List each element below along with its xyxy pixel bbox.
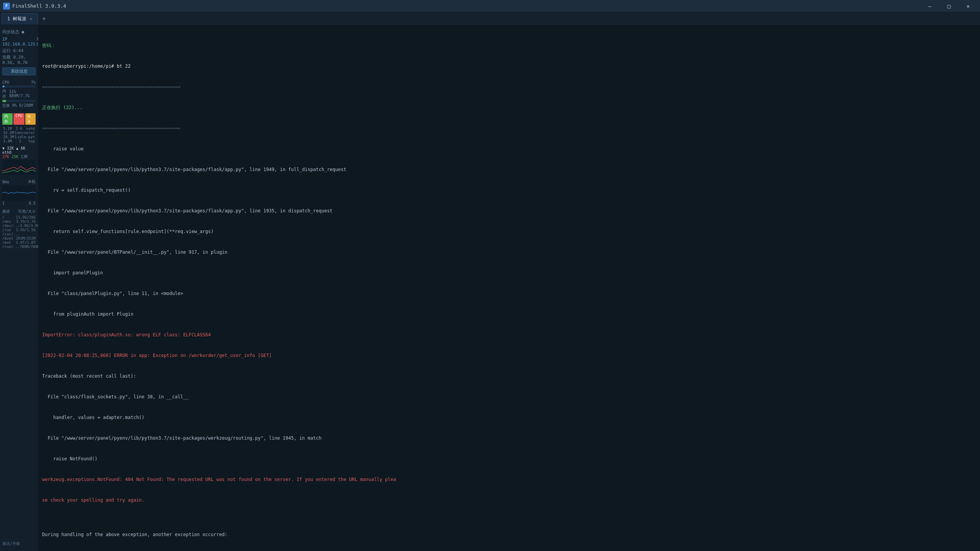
titlebar: F FinalShell 3.9.3.4 — □ ✕ [0, 0, 980, 12]
mem-label: 内存 [2, 88, 9, 99]
latency-section: 0ms 本机 1 0.5 [0, 177, 38, 207]
net-header-label: ▼ 32K ▲ 6K eth0 [2, 146, 36, 155]
ms-val2: 0.5 [29, 201, 36, 205]
sys-info-button[interactable]: 系统信息 [2, 67, 36, 75]
sidebar: 同步状态 ● IP 192.168.0.125 复制 运行 6:44 负载 0.… [0, 25, 38, 551]
disk-row: /run/...789M/789M [2, 245, 36, 249]
tab-raspi[interactable]: 1 树莓派 ✕ [2, 13, 38, 24]
disk-row: /dev3.7G/3.7G [2, 219, 36, 223]
process-row: 32.5M1mncservr [2, 130, 36, 135]
cpu-tab[interactable]: CPU [13, 113, 24, 125]
mem-metric-row: 内存 11% 889M/7.7G [2, 88, 36, 99]
tabbar: 1 树莓派 ✕ + [0, 12, 980, 25]
maximize-button[interactable]: □ [940, 0, 958, 12]
cpu-mem-section: CPU 7% 内存 11% 889M/7.7G 交换 0% 0/100M [0, 78, 38, 110]
main-layout: 同步状态 ● IP 192.168.0.125 复制 运行 6:44 负载 0.… [0, 25, 980, 551]
mem-tab[interactable]: 内存 [2, 113, 13, 125]
process-row: 5.1M2.6sshd [2, 126, 36, 130]
net-val3: 13K [21, 155, 28, 159]
net-speed-row: 37K 25K 13K [2, 155, 36, 159]
latency-row: 0ms 本机 [2, 179, 36, 184]
process-row: 3.4M1top [2, 139, 36, 143]
disk-size-header: 可用/大小 [18, 209, 36, 214]
disk-section: 路径 可用/大小 /11.9G/29G /dev3.7G/3.7G /dev/.… [0, 207, 38, 250]
mem-progress-fill [2, 100, 6, 102]
mem-progress-bar [2, 100, 36, 102]
minimize-button[interactable]: — [921, 0, 939, 12]
ms-vals: 1 0.5 [2, 201, 36, 205]
net-header: ▼ 32K ▲ 6K eth0 [2, 146, 36, 155]
terminal-output[interactable]: 密码： root@raspberrypi:/home/pi# bt 22 ===… [38, 25, 980, 551]
load-label: 负载 0.29, 0.56, 0.76 [2, 54, 36, 65]
disk-row: /dev/...3.9G/3.9G [2, 223, 36, 228]
cpu-progress-fill [2, 85, 5, 88]
right-panel: 密码： root@raspberrypi:/home/pi# bt 22 ===… [38, 25, 980, 551]
ms-val1: 1 [2, 201, 5, 205]
activate-upgrade-link[interactable]: 激活/升级 [0, 539, 38, 549]
tab-close-icon[interactable]: ✕ [29, 16, 32, 21]
app-title: FinalShell 3.9.3.4 [12, 3, 66, 9]
add-tab-button[interactable]: + [39, 13, 49, 24]
ms-label: 0ms [2, 180, 9, 184]
sidebar-ip: IP 192.168.0.125 复制 [2, 36, 36, 47]
cpu-progress-bar [2, 85, 36, 88]
disk-row: /run1.5G/1.5G [2, 228, 36, 232]
close-button[interactable]: ✕ [959, 0, 977, 12]
disk-path-header: 路径 [2, 209, 10, 214]
cmd-tab[interactable]: 命令 [25, 113, 36, 125]
swap-metric-row: 交换 0% 0/100M [2, 103, 36, 108]
disk-row: /boot203M/252M [2, 236, 36, 240]
window-controls: — □ ✕ [921, 0, 977, 12]
cpu-label: CPU [2, 80, 9, 85]
title-left: F FinalShell 3.9.3.4 [3, 3, 66, 10]
sidebar-status-section: 同步状态 ● IP 192.168.0.125 复制 运行 6:44 负载 0.… [0, 28, 38, 78]
tab-label: 1 树莓派 [7, 16, 26, 22]
mem-pct: 11% 889M/7.7G [9, 90, 36, 98]
app-icon: F [3, 3, 10, 10]
metric-tabs-section: 内存 CPU 命令 5.1M2.6sshd 32.5M1mncservr 29.… [0, 110, 38, 145]
net-mini-chart [2, 160, 36, 175]
net-down: 37K [2, 155, 9, 159]
network-section: ▼ 32K ▲ 6K eth0 37K 25K 13K [0, 145, 38, 177]
disk-header: 路径 可用/大小 [2, 209, 36, 214]
cpu-metric-row: CPU 7% [2, 80, 36, 85]
latency-mini-chart [2, 185, 36, 201]
runtime-label: 运行 6:44 [2, 48, 36, 54]
sync-status: 同步状态 ● [2, 29, 36, 35]
disk-row: /mnt1.6T/1.8T [2, 240, 36, 245]
disk-row: /11.9G/29G [2, 215, 36, 219]
net-up: 25K [11, 155, 18, 159]
process-list: 5.1M2.6sshd 32.5M1mncservr 29.3M1idle-py… [2, 126, 36, 143]
swap-label: 交换 0% 0/100M [2, 103, 33, 108]
terminal-area: 密码： root@raspberrypi:/home/pi# bt 22 ===… [38, 25, 980, 551]
process-row: 29.3M1idle-pyt [2, 135, 36, 139]
disk-row: /run/... [2, 232, 36, 236]
cpu-pct: 7% [31, 80, 36, 85]
local-label: 本机 [28, 179, 36, 184]
metric-tabs: 内存 CPU 命令 [2, 113, 36, 125]
